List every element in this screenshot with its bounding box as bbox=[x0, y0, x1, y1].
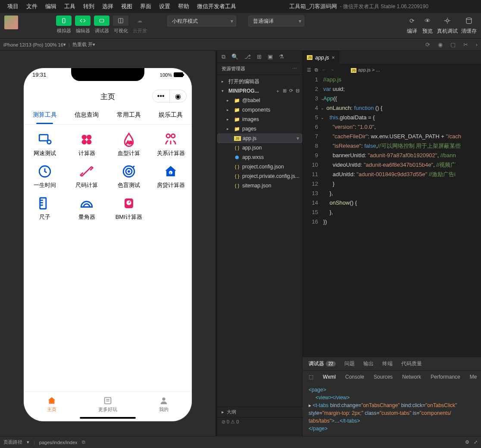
menu-edit[interactable]: 编辑 bbox=[41, 3, 60, 10]
realdebug-button[interactable] bbox=[441, 16, 453, 26]
dbgtab-problems[interactable]: 问题 bbox=[344, 360, 355, 367]
refresh-icon[interactable]: ⟳ bbox=[425, 41, 430, 48]
tab-calc[interactable]: 测算工具 bbox=[24, 106, 66, 124]
menu-goto[interactable]: 转到 bbox=[79, 3, 98, 10]
menu-settings[interactable]: 设置 bbox=[155, 3, 174, 10]
capsule-menu-icon[interactable]: ••• bbox=[153, 90, 170, 102]
list-icon[interactable]: ☰ bbox=[307, 67, 311, 73]
folder-babel[interactable]: ▸📁@babel bbox=[217, 96, 302, 105]
editor-button[interactable] bbox=[75, 16, 91, 26]
menu-select[interactable]: 选择 bbox=[98, 3, 117, 10]
devtool-performance[interactable]: Performance bbox=[431, 374, 460, 380]
clearcache-button[interactable] bbox=[463, 16, 475, 26]
grid-calculator[interactable]: 计算器 bbox=[66, 129, 108, 161]
dbgtab-debugger[interactable]: 调试器22 bbox=[309, 360, 336, 367]
tab-fun[interactable]: 娱乐工具 bbox=[150, 106, 192, 124]
search-icon[interactable]: 🔍 bbox=[231, 53, 238, 60]
grid-size[interactable]: 尺码计算 bbox=[66, 161, 108, 193]
menu-help[interactable]: 帮助 bbox=[174, 3, 193, 10]
compile-select[interactable]: 普通编译 bbox=[248, 16, 304, 27]
menu-view[interactable]: 视图 bbox=[117, 3, 136, 10]
rotate-icon[interactable]: ▢ bbox=[450, 41, 456, 48]
grid-mortgage[interactable]: $房贷计算器 bbox=[150, 161, 192, 193]
hotreload-toggle[interactable]: 热重载 开 bbox=[72, 41, 93, 48]
folder-components[interactable]: ▸📁components bbox=[217, 105, 302, 115]
collapse-icon[interactable]: ⊟ bbox=[296, 88, 300, 94]
copy-icon[interactable]: ⧉ bbox=[82, 439, 85, 445]
dbgtab-terminal[interactable]: 终端 bbox=[382, 360, 393, 367]
device-select[interactable]: iPhone 12/13 (Pro) 100% 16 bbox=[3, 42, 63, 47]
menu-ui[interactable]: 界面 bbox=[136, 3, 155, 10]
pagepath-value[interactable]: pages/index/index bbox=[39, 440, 78, 445]
tabbar-home[interactable]: 主页 bbox=[24, 392, 80, 417]
chevron-icon[interactable]: › bbox=[476, 41, 478, 48]
dbgtab-output[interactable]: 输出 bbox=[363, 360, 374, 367]
grid-protractor[interactable]: 量角器 bbox=[66, 193, 108, 224]
bookmark-icon[interactable]: ⧉ bbox=[315, 67, 318, 73]
grid-colorblind[interactable]: 色盲测试 bbox=[108, 161, 150, 193]
inspect-icon[interactable]: ⬚ bbox=[309, 374, 313, 380]
project-root[interactable]: ▾MINIPROG...＋⊞⟳⊟ bbox=[217, 86, 302, 96]
cut-icon[interactable]: ✂ bbox=[463, 41, 468, 48]
error-bar[interactable]: ⊘ 0 ⚠ 0 bbox=[217, 417, 303, 426]
box-icon[interactable]: ▣ bbox=[268, 53, 273, 60]
tabbar-mine[interactable]: 我的 bbox=[136, 392, 192, 417]
avatar[interactable] bbox=[4, 16, 18, 29]
menu-tool[interactable]: 工具 bbox=[60, 3, 79, 10]
wxml-panel[interactable]: <page> <view></view> ▸ <t-tabs bind:chan… bbox=[303, 383, 481, 436]
close-tab-icon[interactable]: × bbox=[331, 55, 334, 61]
newfile-icon[interactable]: ＋ bbox=[275, 88, 280, 94]
devtool-sources[interactable]: Sources bbox=[374, 374, 393, 380]
code-area[interactable]: 123⌄4⌄5⌄678910111213141516 //app.js var … bbox=[303, 75, 481, 227]
file-app-json[interactable]: { }app.json bbox=[217, 143, 302, 152]
grid-ruler[interactable]: 尺子 bbox=[24, 193, 66, 224]
devtool-console[interactable]: Console bbox=[345, 374, 364, 380]
grid-bmi[interactable]: BMI计算器 bbox=[108, 193, 150, 224]
visual-button[interactable] bbox=[113, 16, 128, 26]
outline-section[interactable]: ▸大纲 bbox=[217, 407, 303, 417]
compile-button[interactable]: ⟳ bbox=[406, 16, 418, 26]
file-sitemap[interactable]: { }sitemap.json bbox=[217, 181, 302, 190]
debugger-button[interactable] bbox=[94, 16, 109, 26]
devtool-wxml[interactable]: Wxml bbox=[323, 374, 336, 380]
ext-icon[interactable]: ⊞ bbox=[257, 53, 262, 60]
tab-common[interactable]: 常用工具 bbox=[108, 106, 150, 124]
folder-pages[interactable]: ▸📁pages bbox=[217, 124, 302, 134]
simulator-button[interactable] bbox=[56, 16, 72, 26]
preview-button[interactable]: 👁 bbox=[422, 16, 434, 26]
capsule[interactable]: ••• ◉ bbox=[152, 90, 187, 103]
dbgtab-quality[interactable]: 代码质量 bbox=[401, 360, 422, 367]
menu-file[interactable]: 文件 bbox=[22, 3, 41, 10]
menu-project[interactable]: 项目 bbox=[3, 3, 22, 10]
grid-speed[interactable]: 网速测试 bbox=[24, 129, 66, 161]
cloud-button[interactable]: ☁ bbox=[132, 16, 147, 26]
record-icon[interactable]: ◉ bbox=[438, 41, 443, 48]
more-icon[interactable]: ⋯ bbox=[292, 66, 298, 72]
folder-images[interactable]: ▸📁images bbox=[217, 115, 302, 124]
file-app-wxss[interactable]: ⬢app.wxss bbox=[217, 152, 302, 162]
newfolder-icon[interactable]: ⊞ bbox=[283, 88, 287, 94]
tab-info[interactable]: 信息查询 bbox=[66, 106, 108, 124]
branch-icon[interactable]: ⎇ bbox=[244, 53, 251, 60]
fwd-arrow-icon[interactable]: → bbox=[330, 67, 334, 72]
flask-icon[interactable]: ⚗ bbox=[279, 53, 284, 60]
grid-lifetime[interactable]: 一生时间 bbox=[24, 161, 66, 193]
file-app-js[interactable]: JSapp.js bbox=[217, 134, 302, 143]
devtool-memory[interactable]: Me bbox=[470, 374, 477, 380]
back-arrow-icon[interactable]: ← bbox=[322, 67, 326, 72]
tab-app-js[interactable]: JS app.js × bbox=[303, 51, 339, 64]
grid-relation[interactable]: 关系计算器 bbox=[150, 129, 192, 161]
capsule-close-icon[interactable]: ◉ bbox=[170, 90, 187, 102]
menu-wxdev[interactable]: 微信开发者工具 bbox=[193, 3, 240, 10]
opened-editors[interactable]: ▸打开的编辑器 bbox=[217, 77, 302, 86]
refresh-tree-icon[interactable]: ⟳ bbox=[289, 88, 293, 94]
copy-icon[interactable]: ⧉ bbox=[222, 53, 225, 60]
expand-icon[interactable]: ⤢ bbox=[474, 439, 478, 445]
file-project-config[interactable]: { }project.config.json bbox=[217, 162, 302, 171]
gear-icon[interactable]: ⚙ bbox=[465, 439, 469, 445]
grid-blood[interactable]: AB血型计算 bbox=[108, 129, 150, 161]
mode-select[interactable]: 小程序模式 bbox=[167, 16, 236, 27]
devtool-network[interactable]: Network bbox=[402, 374, 421, 380]
tabbar-more[interactable]: 更多好玩 bbox=[80, 392, 136, 417]
file-project-private[interactable]: { }project.private.config.js... bbox=[217, 171, 302, 181]
